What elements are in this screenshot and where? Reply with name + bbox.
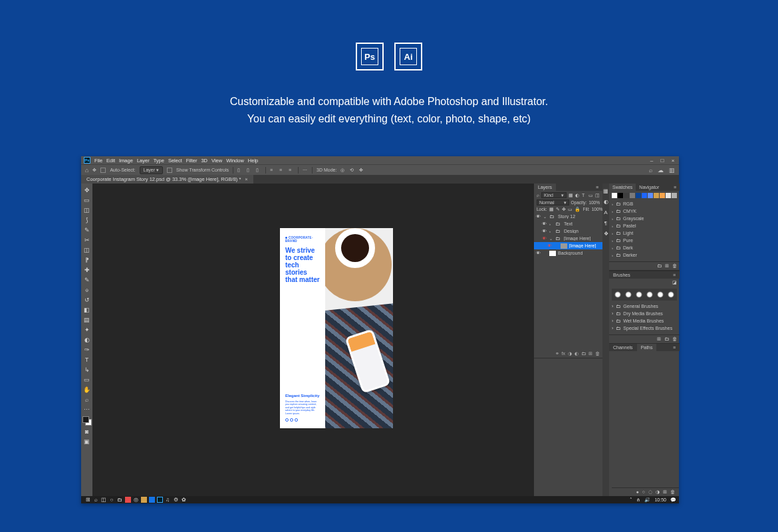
mode3d-icon[interactable]: ⟲: [350, 168, 355, 173]
swatch[interactable]: [654, 193, 659, 198]
chevron-right-icon[interactable]: ›: [612, 239, 613, 243]
swatch-group[interactable]: ›🗀Pastel: [612, 222, 677, 229]
toggle-icon[interactable]: ◪: [672, 280, 677, 285]
brushes-tab[interactable]: Brushes: [609, 271, 634, 279]
delete-icon[interactable]: 🗑: [672, 263, 677, 269]
brush-group[interactable]: ›🗀Special Effects Brushes: [612, 325, 677, 332]
swatch[interactable]: [630, 193, 635, 198]
folder-icon[interactable]: 🗀: [116, 497, 124, 503]
screen-mode-icon[interactable]: ▣: [82, 437, 91, 446]
delete-icon[interactable]: 🗑: [670, 489, 675, 495]
align-icon[interactable]: ≡: [270, 168, 275, 173]
menu-item[interactable]: View: [211, 158, 222, 164]
layers-tab[interactable]: Layers: [534, 184, 556, 191]
canvas-area[interactable]: COORPORATE-BRAND We strive to create tec…: [92, 184, 534, 496]
swatches-tab[interactable]: Swatches: [609, 184, 636, 191]
layer-row[interactable]: 👁›🗀Text: [534, 220, 602, 227]
brush-group[interactable]: ›🗀General Brushes: [612, 303, 677, 310]
layer-style-icon[interactable]: fx: [562, 351, 565, 356]
blend-mode-dropdown[interactable]: Normal▾: [537, 200, 569, 205]
align-icon[interactable]: ▯: [237, 168, 243, 173]
menu-item[interactable]: Layer: [137, 158, 150, 164]
chevron-right-icon[interactable]: ›: [612, 217, 613, 221]
distribute-icon[interactable]: ⋯: [303, 168, 308, 173]
new-group-icon[interactable]: 🗀: [664, 336, 669, 342]
app-icon[interactable]: ⚙: [172, 497, 180, 503]
swatch-grid[interactable]: [609, 191, 680, 200]
menu-item[interactable]: Edit: [106, 158, 115, 164]
artboard-tool-icon[interactable]: ▭: [82, 196, 91, 204]
selection-icon[interactable]: ◌: [648, 489, 652, 495]
foreground-color[interactable]: [82, 416, 89, 423]
new-group-icon[interactable]: 🗀: [581, 351, 586, 356]
task-view-icon[interactable]: ◫: [100, 497, 108, 503]
layer-row[interactable]: 👁⌄🗀Story 12: [534, 213, 602, 220]
menu-item[interactable]: Type: [154, 158, 164, 164]
search-icon[interactable]: ⌕: [92, 497, 100, 503]
lock-icon[interactable]: ✥: [562, 207, 566, 211]
menu-item[interactable]: 3D: [201, 158, 207, 164]
layer-row[interactable]: 👁Background: [534, 249, 602, 257]
show-transform-checkbox[interactable]: [167, 168, 172, 173]
swatch[interactable]: [666, 193, 671, 198]
brush-tool-icon[interactable]: ✎: [82, 275, 91, 284]
new-swatch-icon[interactable]: ⊞: [665, 263, 669, 269]
panel-menu-icon[interactable]: ≡: [592, 184, 602, 191]
filter-adjust-icon[interactable]: ◐: [575, 193, 580, 198]
document-tab[interactable]: Coorporate Instagram Story 12.psd @ 33.3…: [81, 175, 253, 184]
auto-select-dropdown[interactable]: Layer ▾: [140, 166, 163, 174]
lock-icon[interactable]: ▭: [568, 207, 573, 211]
align-icon[interactable]: ▯: [247, 168, 252, 173]
menu-item[interactable]: File: [94, 158, 102, 164]
align-icon[interactable]: ≡: [279, 168, 285, 173]
swatch[interactable]: [642, 193, 647, 198]
zoom-tool-icon[interactable]: ⌕: [82, 395, 91, 404]
swatch-group[interactable]: ›🗀Dark: [612, 244, 677, 251]
quick-select-tool-icon[interactable]: ✎: [82, 225, 91, 234]
tray-chevron-icon[interactable]: ˄: [630, 497, 632, 503]
minimize-icon[interactable]: –: [648, 157, 655, 164]
opacity-value[interactable]: 100%: [588, 200, 600, 205]
filter-type-icon[interactable]: T: [582, 193, 586, 198]
layer-mask-icon[interactable]: ◑: [568, 351, 572, 356]
hand-tool-icon[interactable]: ✋: [82, 385, 91, 394]
swatch[interactable]: [648, 193, 653, 198]
libraries-icon[interactable]: ❖: [602, 230, 609, 237]
link-layers-icon[interactable]: ⚭: [555, 351, 559, 356]
menu-item[interactable]: Image: [119, 158, 133, 164]
pen-tool-icon[interactable]: ✑: [82, 345, 91, 354]
document-canvas[interactable]: COORPORATE-BRAND We strive to create tec…: [280, 228, 393, 428]
lock-icon[interactable]: ✎: [556, 207, 560, 211]
quick-mask-icon[interactable]: ◙: [82, 427, 91, 436]
spotify-icon[interactable]: ♫: [164, 497, 172, 503]
marquee-tool-icon[interactable]: ◫: [82, 205, 91, 214]
frame-tool-icon[interactable]: ◫: [82, 245, 91, 254]
lock-icon[interactable]: 🔒: [575, 207, 579, 211]
shape-tool-icon[interactable]: ▭: [82, 375, 91, 384]
swatch-group[interactable]: ›🗀CMYK: [612, 207, 677, 215]
swatch-group[interactable]: ›🗀Darker: [612, 251, 677, 259]
swatch[interactable]: [624, 193, 629, 198]
filter-smart-icon[interactable]: ◫: [595, 193, 600, 198]
chevron-right-icon[interactable]: ›: [612, 224, 613, 228]
menu-item[interactable]: Window: [226, 158, 244, 164]
panel-menu-icon[interactable]: ≡: [670, 184, 680, 191]
chevron-right-icon[interactable]: ›: [612, 253, 613, 257]
chevron-icon[interactable]: ›: [549, 229, 553, 233]
app-icon[interactable]: [124, 497, 132, 503]
healing-tool-icon[interactable]: ✚: [82, 265, 91, 274]
chevron-right-icon[interactable]: ›: [612, 304, 613, 309]
menu-item[interactable]: Filter: [186, 158, 197, 164]
color-panel-icon[interactable]: ▦: [602, 188, 609, 194]
paragraph-icon[interactable]: ¶: [602, 219, 609, 226]
wifi-icon[interactable]: ⋔: [636, 497, 640, 503]
chevron-icon[interactable]: ⌄: [549, 236, 553, 241]
path-tool-icon[interactable]: ↳: [82, 365, 91, 374]
visibility-icon[interactable]: 👁: [547, 243, 553, 248]
mode3d-icon[interactable]: ◎: [340, 168, 346, 173]
paths-tab[interactable]: Paths: [637, 344, 657, 351]
photoshop-taskbar-icon[interactable]: [156, 497, 164, 503]
brush-preview[interactable]: [612, 289, 677, 301]
search-icon[interactable]: ⌕: [649, 167, 652, 174]
auto-select-checkbox[interactable]: [100, 168, 106, 173]
